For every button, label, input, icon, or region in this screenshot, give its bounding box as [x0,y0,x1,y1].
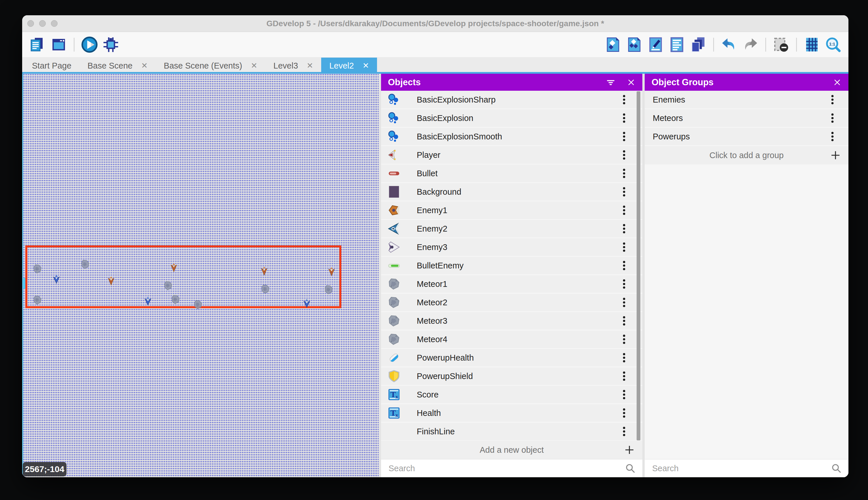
meteor-instance[interactable] [260,283,270,295]
add-group-label: Click to add a group [645,151,848,160]
meteor-instance[interactable] [33,263,42,275]
meteor-instance[interactable] [33,294,42,306]
object-list-item[interactable]: BasicExplosion [381,109,642,128]
instances-list-button[interactable] [668,36,686,54]
tab-close-icon[interactable]: ✕ [307,61,314,70]
tab-level3[interactable]: Level3✕ [265,58,321,74]
instances-list-icon [669,36,685,53]
open-scene-button[interactable] [50,36,68,54]
object-menu-button[interactable] [618,297,630,308]
scene-canvas[interactable]: 2567;-104 [22,74,379,477]
object-menu-button[interactable] [618,333,630,345]
group-menu-button[interactable] [826,94,838,105]
enemy-orange-instance[interactable] [328,266,335,276]
close-icon[interactable] [833,78,842,87]
object-menu-button[interactable] [618,223,630,235]
object-list-item[interactable]: PowerupHealth [381,349,642,367]
object-list-item[interactable]: Player [381,146,642,164]
object-menu-button[interactable] [618,149,630,161]
tab-base-scene[interactable]: Base Scene✕ [80,58,156,74]
tab-start-page[interactable]: Start Page [24,58,80,74]
meteor-instance[interactable] [193,299,203,310]
tab-base-scene-events[interactable]: Base Scene (Events)✕ [156,58,265,74]
close-icon[interactable] [627,78,635,87]
meteor-instance[interactable] [171,294,180,305]
tab-close-icon[interactable]: ✕ [141,61,148,70]
object-list-item[interactable]: Meteor4 [381,330,642,349]
object-menu-button[interactable] [618,426,630,437]
object-menu-button[interactable] [618,389,630,400]
object-menu-button[interactable] [618,131,630,142]
filter-icon[interactable] [606,77,616,88]
tab-close-icon[interactable]: ✕ [251,61,257,70]
selection-rectangle[interactable] [25,246,341,308]
enemy-blue-instance[interactable] [144,296,152,306]
zoom-original-button[interactable]: 1:1 [824,36,842,54]
play-button[interactable] [81,36,98,54]
svg-text:x: x [396,394,398,399]
properties-button[interactable] [647,36,665,54]
enemy-orange-instance[interactable] [170,262,178,272]
window-mask-button[interactable] [772,36,790,54]
object-menu-button[interactable] [618,168,630,179]
layers-button[interactable] [689,36,707,54]
zoom-window-button[interactable] [51,20,58,27]
object-list-item[interactable]: FinishLine [381,422,642,441]
project-manager-button[interactable] [28,36,46,54]
enemy-blue-instance[interactable] [303,298,310,308]
tab-close-icon[interactable]: ✕ [363,61,369,70]
object-menu-button[interactable] [618,186,630,197]
minimize-window-button[interactable] [39,20,46,27]
object-menu-button[interactable] [618,94,630,105]
objects-editor-button[interactable] [604,36,622,54]
object-menu-button[interactable] [618,112,630,124]
group-menu-button[interactable] [826,131,838,142]
undo-button[interactable] [720,36,738,54]
object-list-item[interactable]: Meteor1 [381,275,642,294]
object-groups-editor-button[interactable] [625,36,643,54]
object-menu-button[interactable] [618,315,630,327]
object-menu-button[interactable] [618,371,630,382]
objects-panel: Objects BasicExplosionSharpBasicExplosio… [381,74,642,477]
object-menu-button[interactable] [618,278,630,290]
debug-button[interactable] [102,36,120,54]
objects-list-scrollbar[interactable] [637,91,640,440]
object-menu-button[interactable] [618,204,630,216]
enemy-orange-instance[interactable] [107,276,115,285]
object-list-item[interactable]: TxHealth [381,404,642,422]
group-list-item[interactable]: Enemies [645,91,848,109]
redo-button[interactable] [741,36,759,54]
meteor-instance[interactable] [324,284,333,296]
add-group-row[interactable]: Click to add a group [645,146,848,164]
object-menu-button[interactable] [618,260,630,271]
object-list-item[interactable]: BasicExplosionSharp [381,91,642,109]
meteor-instance[interactable] [163,280,173,292]
group-list-item[interactable]: Powerups [645,128,848,146]
grid-button[interactable] [803,36,821,54]
meteor-instance[interactable] [80,259,90,270]
object-list-item[interactable]: TxScore [381,386,642,404]
group-menu-button[interactable] [826,112,838,124]
tab-level2[interactable]: Level2✕ [321,58,377,74]
object-menu-button[interactable] [618,241,630,253]
object-list-item[interactable]: Enemy3 [381,238,642,257]
enemy-blue-instance[interactable] [53,274,60,284]
close-window-button[interactable] [27,20,34,27]
object-list-item[interactable]: BasicExplosionSmooth [381,128,642,146]
add-object-row[interactable]: Add a new object [381,441,642,459]
group-list-item[interactable]: Meteors [645,109,848,128]
object-list-item[interactable]: Bullet [381,164,642,183]
groups-search-input[interactable] [652,463,828,474]
objects-search-input[interactable] [388,463,622,474]
object-list-item[interactable]: Meteor3 [381,312,642,330]
object-list-item[interactable]: PowerupShield [381,367,642,386]
object-list-item[interactable]: BulletEnemy [381,257,642,275]
enemy-orange-instance[interactable] [260,266,268,276]
canvas-scrollbar-track[interactable] [22,74,23,477]
object-menu-button[interactable] [618,352,630,363]
object-list-item[interactable]: Enemy2 [381,220,642,238]
object-list-item[interactable]: Enemy1 [381,201,642,220]
object-list-item[interactable]: Background [381,183,642,201]
object-list-item[interactable]: Meteor2 [381,294,642,312]
object-menu-button[interactable] [618,407,630,419]
